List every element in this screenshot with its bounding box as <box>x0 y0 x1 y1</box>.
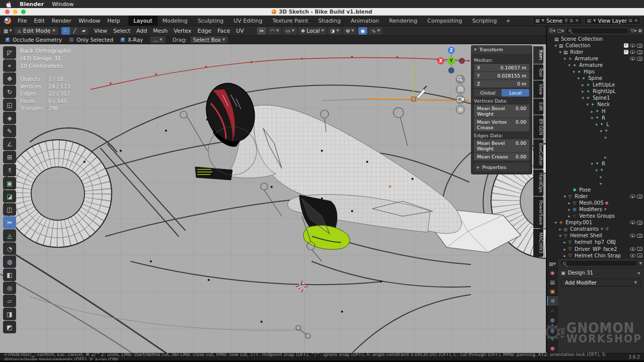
workspace-tab-shading[interactable]: Shading <box>313 16 346 26</box>
expand-right-icon[interactable]: ▶ <box>599 182 603 185</box>
bevel-tool-button[interactable]: ◪ <box>3 190 16 203</box>
npanel-tab-edit[interactable]: Edit <box>533 99 543 114</box>
rotate-tool-button[interactable]: ↻ <box>3 85 16 98</box>
camera-toggle[interactable] <box>637 253 642 257</box>
active-tool-knife-icon[interactable]: ✂ <box>257 27 266 35</box>
npanel-tab-machin3[interactable]: MACHIN3 <box>533 229 543 257</box>
outliner-row[interactable]: ▶∷Vertex Groups <box>547 213 644 219</box>
outliner-row[interactable]: ▼✶Armature <box>547 62 644 68</box>
npanel-tab-by-gen[interactable]: BY-GEN <box>533 115 543 139</box>
camera-toggle[interactable] <box>637 234 642 238</box>
eye-toggle[interactable] <box>630 234 635 237</box>
outliner-row[interactable] <box>547 147 644 154</box>
mac-window-menu[interactable]: Window <box>52 1 73 8</box>
camera-view-button[interactable] <box>456 95 465 105</box>
expand-right-icon[interactable]: ▶ <box>567 214 572 218</box>
outliner-row[interactable]: ▼✦Spine1 <box>547 95 644 101</box>
npanel-tab-item[interactable]: Item <box>533 46 543 64</box>
expand-down-icon[interactable]: ▼ <box>590 116 594 120</box>
global-button[interactable]: Global <box>474 89 502 97</box>
npanel-tab-boxcutter[interactable]: BoxCutter <box>533 139 543 169</box>
topbar-menu-render[interactable]: Render <box>48 17 75 25</box>
viewport-menu-view[interactable]: View <box>91 27 110 35</box>
particles-properties-tab[interactable]: ∴ <box>547 306 558 315</box>
outliner-row[interactable]: ▶ <box>547 180 644 187</box>
add-cube-tool-button[interactable]: ⊞ <box>3 151 16 163</box>
loop-cut-tool-button[interactable]: ◫ <box>3 203 16 216</box>
unpin-icon[interactable]: ⚲ <box>565 18 568 23</box>
modifiers-properties-tab[interactable]: ⚙ <box>547 296 558 306</box>
edge-select-button[interactable]: ╱ <box>70 27 79 35</box>
poly-build-tool-button[interactable]: ◬ <box>3 229 16 242</box>
minimize-window-button[interactable] <box>13 10 18 14</box>
vertex-select-button[interactable]: ∴ <box>61 27 70 35</box>
outliner-row[interactable]: ▶▽Mesh.005● <box>547 200 644 206</box>
expand-down-icon[interactable]: ▼ <box>594 123 599 126</box>
falloff-dropdown[interactable]: ∿▼ <box>369 27 382 35</box>
outliner-row[interactable]: ▶▽Driver_WP_face2 <box>547 246 644 252</box>
outliner-search[interactable] <box>566 28 629 34</box>
camera-toggle[interactable] <box>637 44 642 48</box>
workspace-tab-texture-paint[interactable]: Texture Paint <box>268 16 313 26</box>
snap-magnet-toggle[interactable]: ⋓▼ <box>343 27 357 35</box>
eye-toggle[interactable] <box>630 254 635 257</box>
mac-app-menu[interactable]: Blender <box>20 1 44 8</box>
outliner-row[interactable]: ✺Pose <box>547 187 644 193</box>
mean-bevel-weight-field[interactable]: Mean Bevel Weight0.00 <box>474 105 529 118</box>
outliner-row[interactable]: ▼▽Rider <box>547 193 644 200</box>
chevron-down-icon[interactable]: ▼ <box>639 261 642 265</box>
expand-down-icon[interactable]: ▼ <box>558 234 562 237</box>
expand-down-icon[interactable]: ▼ <box>572 70 576 73</box>
gizmo-toggle[interactable]: ◠▼ <box>268 27 281 35</box>
eye-toggle[interactable] <box>630 247 635 251</box>
outliner-row[interactable]: ▶ <box>547 173 644 180</box>
camera-toggle[interactable] <box>637 221 642 225</box>
outliner-options-button[interactable]: ⊞ <box>638 28 642 33</box>
render-properties-tab[interactable]: ◉ <box>547 268 558 278</box>
viewport-menu-vertex[interactable]: Vertex <box>171 27 194 35</box>
expand-right-icon[interactable]: ▶ <box>567 208 572 211</box>
expand-right-icon[interactable]: ▶ <box>567 201 572 205</box>
topbar-menu-edit[interactable]: Edit <box>30 17 48 25</box>
close-window-button[interactable] <box>5 10 10 14</box>
expand-right-icon[interactable]: ▶ <box>581 83 585 86</box>
properties-search-input[interactable] <box>568 261 634 266</box>
outliner-row[interactable]: ▼✶Armature <box>547 55 644 62</box>
viewport-menu-face[interactable]: Face <box>214 27 233 35</box>
outliner-row[interactable] <box>547 141 644 147</box>
outliner-row[interactable]: ▶▽Helmet Chin Strap <box>547 252 644 259</box>
shrink-fatten-tool-button[interactable]: ◎ <box>3 282 16 294</box>
expand-down-icon[interactable]: ▼ <box>603 136 608 139</box>
transform-tool-button[interactable]: ◈ <box>3 112 16 124</box>
properties-search[interactable] <box>560 260 637 266</box>
inset-faces-tool-button[interactable]: ▣ <box>3 177 16 190</box>
eye-toggle[interactable] <box>630 195 635 198</box>
occlude-geometry-checkbox[interactable]: Occlude Geometry <box>5 37 62 43</box>
eye-toggle[interactable] <box>630 221 635 224</box>
mean-crease-field[interactable]: Mean Crease0.00 <box>474 153 529 160</box>
checkbox-toggle[interactable] <box>624 50 628 54</box>
topbar-menu-help[interactable]: Help <box>104 17 123 25</box>
npanel-tab-powersave[interactable]: PowerSave <box>533 197 543 228</box>
outliner-row[interactable]: ▶▽helmet_hp7_OBJ <box>547 239 644 245</box>
topbar-menu-window[interactable]: Window <box>75 17 104 25</box>
outliner-row[interactable]: ▼✦Spine <box>547 75 644 81</box>
expand-down-icon[interactable]: ▼ <box>562 57 567 60</box>
expand-down-icon[interactable]: ▼ <box>558 50 562 54</box>
outliner-filter-button[interactable]: ▽▼ <box>630 28 636 33</box>
outliner-row[interactable]: ▼▤Rider <box>547 49 644 55</box>
outliner-row[interactable]: ▶✦H <box>547 108 644 115</box>
outliner-row[interactable]: ▶◎Constraints✛↺ <box>547 226 644 232</box>
viewport-menu-mesh[interactable]: Mesh <box>150 27 171 35</box>
workspace-tab-compositing[interactable]: Compositing <box>423 16 467 26</box>
outliner-row[interactable]: ▼✛Empty.001 <box>547 219 644 226</box>
npanel-tab-view[interactable]: View <box>533 80 543 98</box>
mode-dropdown[interactable]: ◬ Edit Mode ▼ <box>15 27 58 35</box>
median-y-field[interactable]: Y0.028155 m <box>474 72 529 79</box>
expand-right-icon[interactable]: ▶ <box>581 89 585 93</box>
camera-toggle[interactable] <box>637 195 642 199</box>
outliner-row[interactable]: ▼▤Collection <box>547 42 644 49</box>
outliner-row[interactable]: ▼✦Neck <box>547 101 644 108</box>
outliner-row[interactable]: ▼✦Hips <box>547 68 644 75</box>
outliner-row[interactable]: ▶✦LeftUpLe <box>547 81 644 88</box>
